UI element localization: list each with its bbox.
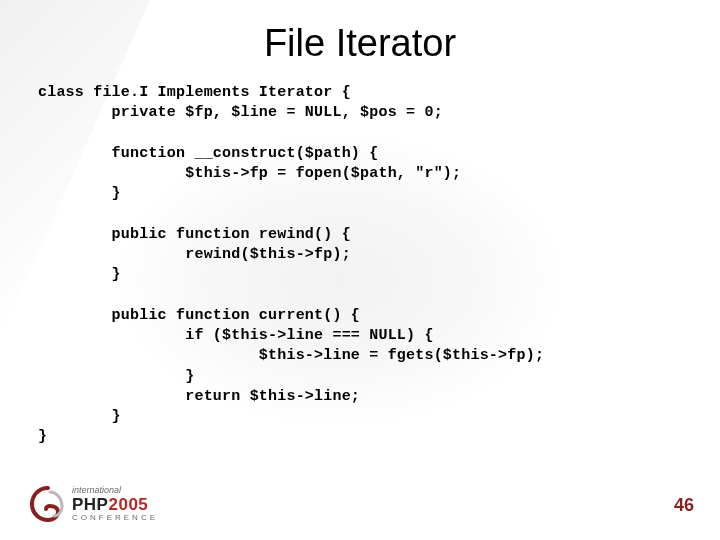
- logo-year: 2005: [108, 495, 148, 514]
- slide: File Iterator class file.I Implements It…: [0, 0, 720, 540]
- code-block: class file.I Implements Iterator { priva…: [0, 83, 720, 448]
- logo-tagline: CONFERENCE: [72, 514, 158, 522]
- footer: international PHP2005 CONFERENCE 46: [0, 480, 720, 530]
- page-number: 46: [674, 495, 694, 516]
- slide-title: File Iterator: [0, 0, 720, 83]
- logo-brand-line: PHP2005: [72, 496, 158, 513]
- logo-subtitle: international: [72, 486, 158, 495]
- logo-text: international PHP2005 CONFERENCE: [72, 486, 158, 522]
- logo-brand: PHP: [72, 495, 108, 514]
- conference-logo: international PHP2005 CONFERENCE: [28, 484, 158, 524]
- swirl-icon: [28, 484, 68, 524]
